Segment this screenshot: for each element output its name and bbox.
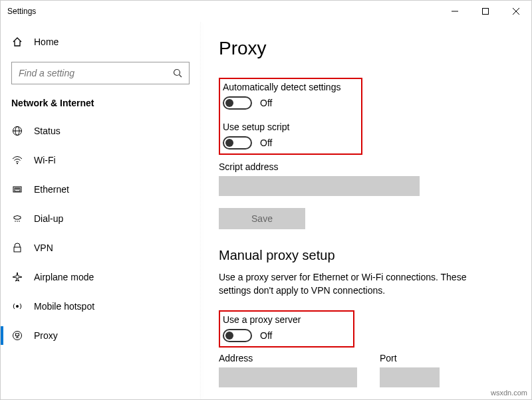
svg-point-17 (19, 221, 20, 222)
sidebar-item-hotspot[interactable]: Mobile hotspot (1, 292, 200, 321)
wifi-icon (11, 154, 23, 166)
svg-rect-21 (16, 334, 19, 336)
use-proxy-label: Use a proxy server (223, 314, 349, 325)
save-button: Save (219, 208, 305, 229)
svg-line-5 (179, 74, 182, 77)
sidebar-item-label: Ethernet (34, 184, 69, 195)
auto-detect-label: Automatically detect settings (223, 82, 357, 92)
maximize-icon (482, 8, 489, 15)
sidebar-item-vpn[interactable]: VPN (1, 233, 200, 262)
sidebar-item-label: Airplane mode (34, 272, 94, 282)
highlight-box-proxy: Use a proxy server Off (219, 310, 354, 348)
sidebar-item-label: Wi-Fi (34, 155, 56, 165)
svg-point-19 (16, 305, 19, 308)
highlight-box-auto: Automatically detect settings Off Use se… (219, 78, 362, 155)
ethernet-icon (11, 183, 23, 195)
window-title: Settings (7, 7, 440, 16)
use-proxy-toggle[interactable] (223, 329, 252, 342)
minimize-button[interactable] (440, 1, 470, 22)
maximize-button[interactable] (470, 1, 501, 22)
svg-point-9 (17, 163, 18, 164)
close-button[interactable] (501, 1, 531, 22)
port-label: Port (380, 353, 440, 363)
home-icon (11, 36, 23, 48)
page-title: Proxy (219, 38, 513, 59)
titlebar: Settings (1, 1, 531, 22)
search-box[interactable] (11, 62, 190, 84)
watermark: wsxdn.com (491, 389, 527, 397)
sidebar-item-label: Mobile hotspot (34, 301, 94, 312)
sidebar-item-wifi[interactable]: Wi-Fi (1, 146, 200, 175)
auto-detect-state: Off (260, 98, 272, 108)
address-label: Address (219, 353, 357, 363)
svg-rect-18 (14, 247, 21, 252)
script-address-input (219, 176, 420, 196)
globe-icon (11, 125, 23, 137)
sidebar-item-ethernet[interactable]: Ethernet (1, 175, 200, 204)
use-proxy-state: Off (260, 330, 272, 341)
sidebar-item-label: Dial-up (34, 213, 63, 224)
sidebar-section-header: Network & Internet (1, 92, 200, 116)
sidebar-item-airplane[interactable]: Airplane mode (1, 262, 200, 292)
nav-home-label: Home (34, 37, 59, 47)
setup-script-toggle[interactable] (223, 136, 252, 150)
sidebar-item-proxy[interactable]: Proxy (1, 321, 200, 350)
search-input[interactable] (12, 68, 166, 78)
sidebar-item-status[interactable]: Status (1, 116, 200, 146)
minimize-icon (452, 8, 458, 15)
dialup-icon (11, 213, 23, 225)
svg-rect-1 (483, 9, 489, 15)
sidebar: Home Network & Internet Status (1, 22, 200, 399)
svg-point-4 (174, 69, 180, 75)
svg-point-16 (17, 221, 18, 222)
sidebar-item-label: VPN (34, 243, 53, 253)
auto-detect-toggle[interactable] (223, 96, 252, 110)
manual-setup-header: Manual proxy setup (219, 248, 513, 263)
sidebar-item-label: Status (34, 126, 61, 136)
search-icon (166, 68, 189, 78)
address-input (219, 367, 357, 387)
hotspot-icon (11, 300, 23, 312)
sidebar-item-dialup[interactable]: Dial-up (1, 204, 200, 233)
content-pane: Proxy Automatically detect settings Off … (200, 22, 531, 399)
svg-point-15 (15, 221, 16, 222)
toggle-knob (225, 139, 233, 147)
window-controls (440, 1, 531, 22)
close-icon (513, 8, 519, 15)
setup-script-label: Use setup script (223, 122, 357, 132)
divider (200, 22, 201, 399)
port-input (380, 367, 440, 387)
proxy-icon (11, 330, 23, 342)
sidebar-item-label: Proxy (34, 330, 58, 341)
toggle-knob (225, 332, 233, 340)
manual-setup-desc: Use a proxy server for Ethernet or Wi-Fi… (219, 271, 498, 297)
nav-home[interactable]: Home (1, 27, 200, 56)
setup-script-state: Off (260, 138, 272, 148)
vpn-icon (11, 242, 23, 254)
toggle-knob (225, 99, 233, 107)
airplane-icon (11, 271, 23, 283)
script-address-label: Script address (219, 161, 513, 172)
